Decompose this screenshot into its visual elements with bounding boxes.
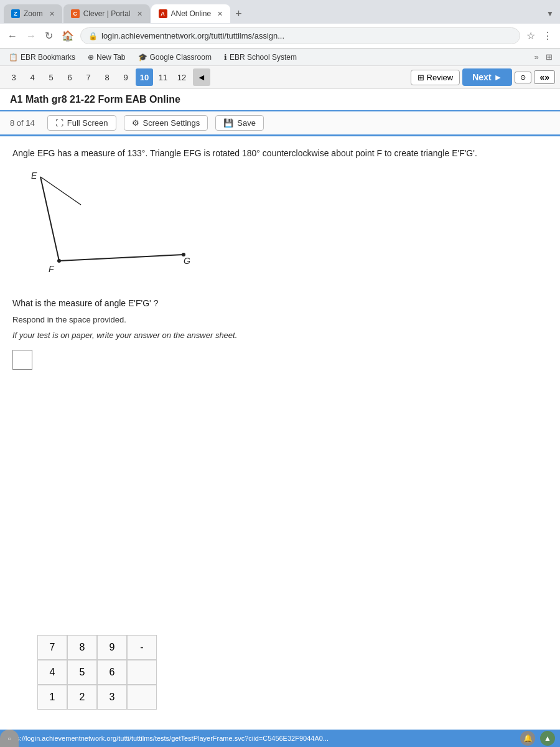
- settings-button[interactable]: ⋮: [540, 27, 555, 44]
- page-num-6[interactable]: 6: [61, 68, 78, 86]
- point-e-label: E: [31, 171, 37, 181]
- extensions-button[interactable]: »: [531, 50, 541, 64]
- full-screen-button[interactable]: ⛶ Full Screen: [47, 115, 116, 131]
- tab-anet[interactable]: A ANet Online ✕: [151, 4, 231, 23]
- answer-input-box[interactable]: [12, 350, 32, 370]
- page-num-8[interactable]: 8: [98, 68, 116, 86]
- page-num-7[interactable]: 7: [80, 68, 97, 86]
- keypad-8[interactable]: 8: [67, 635, 97, 660]
- address-text: login.achievementnetwork.org/tutti/tutti…: [101, 31, 284, 40]
- save-label: Save: [237, 118, 256, 128]
- full-screen-label: Full Screen: [67, 118, 108, 128]
- keypad-5[interactable]: 5: [67, 660, 97, 685]
- status-bar: https://login.achievementnetwork.org/tut…: [0, 730, 560, 747]
- next-button[interactable]: Next ►: [462, 68, 512, 86]
- keypad-4[interactable]: 4: [37, 660, 67, 685]
- address-bar[interactable]: 🔒 login.achievementnetwork.org/tutti/tut…: [80, 27, 520, 44]
- tab-clever-label: Clever | Portal: [83, 9, 131, 18]
- sub-question: What is the measure of angle E'F'G' ?: [12, 296, 548, 310]
- minimize-button[interactable]: ▼: [544, 7, 556, 21]
- classroom-icon: 🎓: [138, 53, 147, 62]
- bookmark-newtab[interactable]: ⊕ New Tab: [84, 52, 129, 63]
- review-button[interactable]: ⊞ Review: [411, 70, 460, 85]
- windows-icon: ○: [7, 735, 11, 742]
- bookmarks-bar: 📋 EBR Bookmarks ⊕ New Tab 🎓 Google Class…: [0, 49, 560, 66]
- test-title: A1 Math gr8 21-22 Form EAB Online: [0, 89, 560, 111]
- tab-clever[interactable]: C Clever | Portal ✕: [63, 4, 150, 23]
- save-icon: 💾: [223, 118, 233, 128]
- tab-anet-label: ANet Online: [171, 9, 212, 18]
- review-label: Review: [427, 73, 454, 82]
- save-button[interactable]: 💾 Save: [215, 115, 264, 131]
- svg-line-0: [40, 177, 59, 261]
- bookmark-ebrschool-label: EBR School System: [230, 53, 297, 62]
- toc-button[interactable]: ⊙: [515, 72, 531, 83]
- grid-button[interactable]: ⊞: [543, 50, 555, 64]
- tab-zoom-close[interactable]: ✕: [49, 10, 55, 18]
- test-actions-bar: 8 of 14 ⛶ Full Screen ⚙ Screen Settings …: [0, 111, 560, 136]
- fullscreen-icon: ⛶: [55, 118, 63, 128]
- question-text: Angle EFG has a measure of 133°. Triangl…: [12, 146, 548, 160]
- browser-chrome: Z Zoom ✕ C Clever | Portal ✕ A ANet Onli…: [0, 0, 560, 66]
- page-info: 8 of 14: [10, 118, 35, 128]
- paper-note: If your test is on paper, write your ans…: [12, 329, 548, 342]
- ebrschool-icon: ℹ: [224, 53, 227, 62]
- status-icons: 🔔 ▲: [520, 731, 555, 746]
- ebr-icon: 📋: [9, 53, 18, 62]
- back-button[interactable]: ←: [5, 28, 20, 44]
- user-icon: ▲: [540, 731, 555, 746]
- tab-zoom-label: Zoom: [24, 9, 43, 18]
- nav-actions: ☆ ⋮: [524, 27, 555, 44]
- keypad-3[interactable]: 3: [97, 685, 127, 710]
- keypad-empty2: [127, 685, 157, 710]
- bookmark-classroom[interactable]: 🎓 Google Classroom: [134, 52, 215, 63]
- bookmark-ebrschool[interactable]: ℹ EBR School System: [220, 52, 301, 63]
- newtab-icon: ⊕: [88, 53, 94, 62]
- tab-clever-close[interactable]: ✕: [137, 10, 142, 18]
- point-g-label: G: [184, 256, 190, 266]
- close-overlay-button[interactable]: «»: [534, 70, 555, 84]
- keypad-9[interactable]: 9: [97, 635, 127, 660]
- page-num-11[interactable]: 11: [154, 68, 172, 86]
- svg-point-3: [57, 259, 61, 263]
- keypad-7[interactable]: 7: [37, 635, 67, 660]
- bookmark-newtab-label: New Tab: [96, 53, 125, 62]
- point-f-label: F: [49, 264, 55, 274]
- anet-favicon: A: [159, 9, 167, 18]
- page-content: 3 4 5 6 7 8 9 10 11 12 ◄ ⊞ Review Next ►…: [0, 66, 560, 730]
- prev-page-button[interactable]: ◄: [193, 68, 210, 86]
- test-toolbar: 3 4 5 6 7 8 9 10 11 12 ◄ ⊞ Review Next ►…: [0, 66, 560, 89]
- bookmark-ebr[interactable]: 📋 EBR Bookmarks: [5, 52, 79, 63]
- page-num-5[interactable]: 5: [42, 68, 60, 86]
- forward-button[interactable]: →: [24, 28, 39, 44]
- nav-bar: ← → ↻ 🏠 🔒 login.achievementnetwork.org/t…: [0, 24, 560, 49]
- tab-zoom[interactable]: Z Zoom ✕: [4, 4, 62, 23]
- page-num-3[interactable]: 3: [5, 68, 22, 86]
- tab-anet-close[interactable]: ✕: [217, 10, 223, 18]
- windows-start[interactable]: ○: [0, 730, 19, 747]
- keypad: 7 8 9 - 4 5 6 1 2 3: [37, 635, 157, 710]
- svg-point-4: [182, 253, 185, 256]
- triangle-diagram: E F G: [19, 167, 218, 280]
- keypad-empty1: [127, 660, 157, 685]
- home-button[interactable]: 🏠: [59, 27, 77, 44]
- page-num-10[interactable]: 10: [136, 68, 153, 86]
- bookmark-star-button[interactable]: ☆: [524, 27, 538, 44]
- keypad-2[interactable]: 2: [67, 685, 97, 710]
- page-num-9[interactable]: 9: [117, 68, 134, 86]
- svg-line-2: [40, 177, 81, 205]
- keypad-minus[interactable]: -: [127, 635, 157, 660]
- svg-line-1: [59, 255, 184, 261]
- reload-button[interactable]: ↻: [42, 27, 55, 44]
- page-num-12[interactable]: 12: [173, 68, 190, 86]
- next-arrow-icon: ►: [494, 72, 503, 82]
- toc-icon: ⊙: [520, 73, 526, 81]
- keypad-1[interactable]: 1: [37, 685, 67, 710]
- page-numbers: 3 4 5 6 7 8 9 10 11 12: [5, 68, 190, 86]
- new-tab-button[interactable]: +: [231, 7, 246, 21]
- screen-settings-button[interactable]: ⚙ Screen Settings: [124, 115, 208, 131]
- settings-gear-icon: ⚙: [132, 118, 139, 128]
- keypad-6[interactable]: 6: [97, 660, 127, 685]
- page-num-4[interactable]: 4: [24, 68, 41, 86]
- next-label: Next: [472, 72, 491, 82]
